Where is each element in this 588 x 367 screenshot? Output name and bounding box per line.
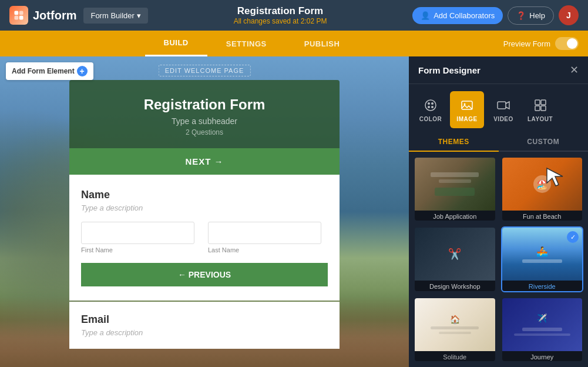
last-name-group: Last Name — [208, 222, 328, 253]
email-field-title: Email — [81, 313, 328, 326]
theme-item-journey[interactable]: ✈️ Journey — [501, 297, 584, 362]
tab-build[interactable]: BUILD — [145, 31, 207, 56]
layout-icon — [532, 97, 549, 114]
image-tab-label: IMAGE — [456, 116, 477, 122]
panel-close-button[interactable]: ✕ — [570, 64, 579, 76]
form-card: Registration Form Type a subheader 2 Que… — [69, 80, 340, 349]
name-field-title: Name — [81, 189, 328, 201]
last-name-label: Last Name — [208, 246, 328, 253]
svg-point-4 — [425, 100, 436, 111]
form-header-title: Registration Form — [81, 96, 328, 113]
theme-label-beach: Fun at Beach — [502, 211, 583, 222]
svg-point-5 — [428, 102, 430, 105]
person-icon: 👤 — [421, 11, 430, 20]
svg-point-6 — [431, 102, 434, 105]
svg-rect-13 — [541, 100, 546, 105]
email-field-desc: Type a description — [81, 328, 328, 337]
chevron-down-icon: ▾ — [137, 11, 141, 20]
add-form-element-area: Add Form Element + — [6, 62, 93, 80]
theme-item-fun-at-beach[interactable]: 🏖️ Fun at Beach — [501, 156, 584, 222]
sub-tabs: THEMES CUSTOM — [409, 133, 588, 152]
color-tab-label: COLOR — [419, 116, 442, 122]
theme-item-job-application[interactable]: Job Application — [414, 156, 496, 222]
svg-rect-3 — [19, 16, 23, 20]
sub-tab-themes[interactable]: THEMES — [409, 133, 499, 152]
form-title: Registration Form — [155, 5, 405, 17]
theme-item-design-workshop[interactable]: ✂️ Design Workshop — [414, 226, 496, 292]
first-name-label: First Name — [81, 246, 201, 253]
svg-rect-0 — [15, 11, 19, 15]
main-content: Add Form Element + EDIT WELCOME PAGE Reg… — [0, 56, 588, 367]
designer-panel: Form Designer ✕ COLOR IMAGE — [409, 56, 588, 367]
designer-tab-image[interactable]: IMAGE — [450, 91, 484, 128]
first-name-input[interactable] — [81, 222, 194, 244]
plus-icon: + — [77, 66, 88, 76]
video-tab-label: VIDEO — [493, 116, 513, 122]
nav-right: 👤 Add Collaborators ❓ Help J — [412, 5, 579, 25]
next-label: NEXT → — [185, 156, 223, 166]
designer-tab-layout[interactable]: LAYOUT — [523, 91, 557, 128]
jotform-logo-icon — [9, 6, 28, 25]
svg-rect-14 — [535, 106, 540, 111]
designer-tabs: COLOR IMAGE VIDEO LAYOUT — [409, 84, 588, 128]
image-icon — [459, 97, 475, 114]
help-button[interactable]: ❓ Help — [508, 6, 554, 25]
canvas-area: Add Form Element + EDIT WELCOME PAGE Reg… — [0, 56, 409, 367]
svg-rect-2 — [15, 16, 19, 20]
form-next-button[interactable]: NEXT → — [69, 148, 340, 175]
tab-publish[interactable]: PUBLISH — [285, 31, 359, 56]
theme-item-solitude[interactable]: 🏠 Solitude — [414, 297, 496, 362]
add-form-element-label: Add Form Element — [12, 67, 75, 75]
palette-icon — [422, 97, 439, 114]
theme-label-riverside: Riverside — [502, 281, 583, 292]
form-subheader: Type a subheader — [81, 116, 328, 126]
add-form-element-button[interactable]: Add Form Element + — [6, 62, 93, 80]
form-questions-count: 2 Questions — [81, 128, 328, 136]
last-name-input[interactable] — [208, 222, 321, 244]
edit-welcome-label: EDIT WELCOME PAGE — [159, 65, 251, 76]
saved-status: All changes saved at 2:02 PM — [155, 17, 405, 25]
svg-point-7 — [428, 106, 430, 108]
tab-settings[interactable]: SETTINGS — [207, 31, 285, 56]
tab-bar-tabs: BUILD SETTINGS PUBLISH — [0, 31, 503, 56]
avatar[interactable]: J — [559, 5, 579, 25]
form-name-section: Name Type a description First Name Last … — [69, 175, 340, 301]
theme-thumbnail-job — [415, 158, 495, 211]
form-builder-label: Form Builder — [90, 11, 134, 20]
theme-thumbnail-journey: ✈️ — [502, 298, 583, 351]
designer-tab-video[interactable]: VIDEO — [486, 91, 520, 128]
layout-tab-label: LAYOUT — [527, 116, 553, 122]
preview-area: Preview Form — [503, 37, 579, 50]
add-collaborators-button[interactable]: 👤 Add Collaborators — [412, 7, 503, 24]
center-title-area: Registration Form All changes saved at 2… — [155, 5, 405, 25]
svg-rect-11 — [498, 102, 506, 109]
panel-title: Form Designer — [418, 65, 481, 75]
theme-thumbnail-workshop: ✂️ — [415, 228, 495, 281]
theme-item-riverside[interactable]: ✓ 🚣 Riverside — [501, 226, 584, 292]
first-name-group: First Name — [81, 222, 201, 253]
theme-label-workshop: Design Workshop — [415, 281, 495, 292]
question-icon: ❓ — [516, 11, 526, 20]
preview-label: Preview Form — [503, 39, 550, 48]
add-collab-label: Add Collaborators — [434, 11, 495, 20]
form-builder-button[interactable]: Form Builder ▾ — [83, 8, 147, 24]
designer-tab-color[interactable]: COLOR — [414, 91, 448, 128]
preview-toggle[interactable] — [555, 37, 579, 50]
email-section: Email Type a description — [69, 302, 340, 349]
theme-label-journey: Journey — [502, 351, 583, 362]
svg-rect-15 — [541, 106, 546, 111]
theme-label-solitude: Solitude — [415, 351, 495, 362]
name-field-desc: Type a description — [81, 203, 328, 212]
form-previous-button[interactable]: ← PREVIOUS — [81, 263, 328, 286]
help-label: Help — [529, 11, 545, 20]
svg-rect-1 — [19, 11, 23, 15]
name-inputs-row: First Name Last Name — [81, 222, 328, 253]
tab-bar: BUILD SETTINGS PUBLISH Preview Form — [0, 31, 588, 56]
svg-rect-12 — [535, 100, 540, 105]
logo-area: Jotform — [9, 6, 76, 25]
panel-header: Form Designer ✕ — [409, 56, 588, 84]
logo-text: Jotform — [33, 9, 76, 22]
sub-tab-custom[interactable]: CUSTOM — [499, 133, 589, 151]
prev-label: ← PREVIOUS — [178, 270, 231, 279]
theme-thumbnail-beach: 🏖️ — [502, 158, 583, 211]
